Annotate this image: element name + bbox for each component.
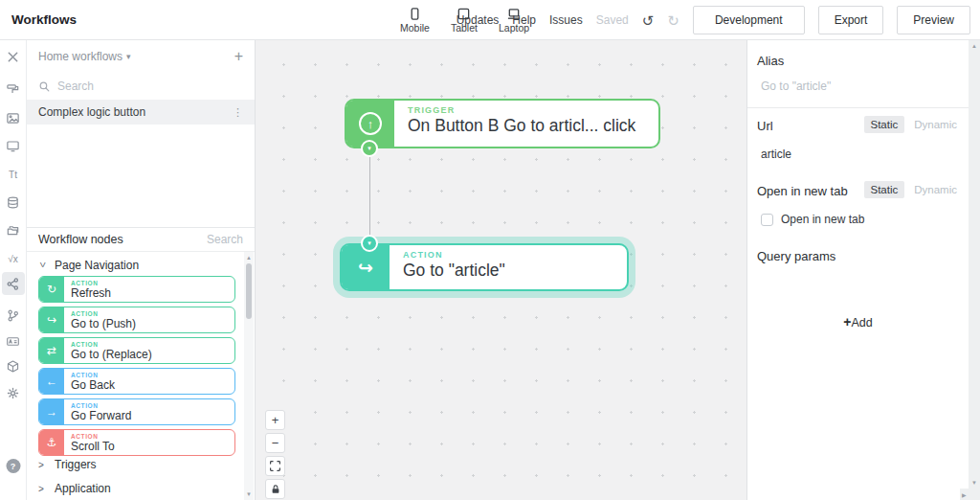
node-card-scroll-to[interactable]: ⚓ ACTION Scroll To xyxy=(38,429,235,456)
branch-icon[interactable] xyxy=(2,304,25,327)
workflow-search-row xyxy=(27,73,255,100)
workflow-item-label: Complex logic button xyxy=(38,105,145,119)
fit-view-button[interactable] xyxy=(265,456,285,476)
action-input-port[interactable]: ▾ xyxy=(361,235,378,252)
help-link[interactable]: Help xyxy=(512,13,536,27)
workflows-icon[interactable] xyxy=(2,272,25,295)
zoom-out-button[interactable]: − xyxy=(265,433,285,453)
lock-button[interactable] xyxy=(265,479,285,499)
node-card-refresh[interactable]: ↻ ACTION Refresh xyxy=(38,276,235,303)
open-new-tab-checkbox-row[interactable]: Open in new tab xyxy=(761,213,864,226)
package-icon[interactable] xyxy=(2,354,25,377)
issues-link[interactable]: Issues xyxy=(549,13,583,27)
scroll-right-icon[interactable]: ▶ xyxy=(962,491,967,498)
url-mode-toggle: Static Dynamic xyxy=(864,116,960,133)
checkbox-label: Open in new tab xyxy=(781,213,864,226)
go-to-push-icon: ↪ xyxy=(39,307,64,332)
nodes-panel-header: Workflow nodes Search xyxy=(27,227,255,252)
device-mobile-button[interactable]: Mobile xyxy=(400,7,430,34)
workflow-canvas[interactable]: ↑ TRIGGER On Button B Go to articl... cl… xyxy=(256,40,746,500)
node-card-go-back[interactable]: ← ACTION Go Back xyxy=(38,368,235,395)
divider xyxy=(747,107,969,108)
folder-dropdown[interactable]: Home workflows xyxy=(38,50,122,63)
alias-input[interactable] xyxy=(761,80,933,93)
workflow-search-input[interactable] xyxy=(57,80,201,93)
lock-icon xyxy=(270,484,281,495)
canvas-zoom-controls: + − xyxy=(265,410,285,499)
node-label: Refresh xyxy=(71,287,234,301)
formula-icon[interactable]: √x xyxy=(2,247,25,270)
settings-gear-icon[interactable] xyxy=(2,381,25,404)
arrow-up-icon: ↑ xyxy=(368,117,374,131)
nodes-list: > Page Navigation ↻ ACTION Refresh ↪ ACT… xyxy=(27,252,255,500)
node-kind-label: TRIGGER xyxy=(408,105,649,115)
monitor-icon[interactable] xyxy=(2,134,25,157)
database-icon[interactable] xyxy=(2,191,25,214)
refresh-icon: ↻ xyxy=(39,277,64,302)
inspector-scrollbar[interactable]: ▲ ▼ xyxy=(969,40,980,489)
chevron-down-icon: > xyxy=(37,261,48,269)
folders-icon[interactable] xyxy=(2,218,25,241)
fit-view-icon xyxy=(269,460,281,472)
inspector-h-scrollbar[interactable]: ▶ xyxy=(960,489,980,500)
chevron-right-icon: > xyxy=(38,460,46,470)
caret-down-icon[interactable]: ▾ xyxy=(126,52,131,61)
top-bar: Workflows Mobile Tablet Laptop Updates H… xyxy=(0,0,980,40)
node-card-go-to-push[interactable]: ↪ ACTION Go to (Push) xyxy=(38,307,235,333)
scroll-down-icon[interactable]: ▼ xyxy=(969,480,980,486)
url-dynamic-option[interactable]: Dynamic xyxy=(912,116,959,133)
mobile-icon xyxy=(408,7,422,21)
image-icon[interactable] xyxy=(2,106,25,129)
workflow-folder-row: Home workflows ▾ + xyxy=(27,40,255,73)
nodes-panel-title: Workflow nodes xyxy=(38,233,123,246)
scroll-down-icon[interactable]: ▼ xyxy=(244,491,254,497)
left-icon-rail: Tt √x ? xyxy=(0,40,27,500)
nodes-list-scrollbar[interactable]: ▲ ▼ xyxy=(244,252,254,500)
trigger-output-port[interactable]: ▾ xyxy=(361,140,378,157)
nodes-search-button[interactable]: Search xyxy=(207,233,243,246)
variables-icon[interactable] xyxy=(2,330,25,352)
scroll-up-icon[interactable]: ▲ xyxy=(244,255,254,261)
section-triggers[interactable]: > Triggers xyxy=(38,458,97,471)
zoom-in-button[interactable]: + xyxy=(265,410,285,430)
help-icon[interactable]: ? xyxy=(6,459,20,473)
inspector-panel: Alias Url Static Dynamic article Open in… xyxy=(746,40,980,500)
preview-button[interactable]: Preview xyxy=(897,6,970,34)
saved-status: Saved xyxy=(596,13,629,27)
scroll-up-icon[interactable]: ▲ xyxy=(969,43,980,49)
url-label: Url xyxy=(757,119,773,133)
url-value[interactable]: article xyxy=(761,148,791,161)
connector-edge xyxy=(369,157,371,236)
scrollbar-thumb[interactable] xyxy=(246,263,252,319)
node-card-go-to-replace[interactable]: ⇄ ACTION Go to (Replace) xyxy=(38,337,235,364)
section-application[interactable]: > Application xyxy=(38,482,111,495)
node-card-go-forward[interactable]: → ACTION Go Forward xyxy=(38,398,235,425)
node-label: Go Forward xyxy=(71,410,234,423)
kebab-menu-icon[interactable]: ⋮ xyxy=(233,106,243,119)
checkbox[interactable] xyxy=(761,214,773,226)
workflow-list-item[interactable]: Complex logic button ⋮ xyxy=(27,100,255,125)
open-new-tab-static-option[interactable]: Static xyxy=(864,181,905,198)
go-forward-icon: → xyxy=(39,399,64,424)
export-button[interactable]: Export xyxy=(818,6,884,34)
url-static-option[interactable]: Static xyxy=(864,116,905,133)
trigger-node[interactable]: ↑ TRIGGER On Button B Go to articl... cl… xyxy=(345,99,660,148)
add-query-param-button[interactable]: +Add xyxy=(747,314,969,330)
device-label: Mobile xyxy=(400,22,430,34)
open-new-tab-dynamic-option[interactable]: Dynamic xyxy=(912,181,959,198)
typography-icon[interactable]: Tt xyxy=(2,163,25,186)
redo-icon[interactable]: ↻ xyxy=(667,13,679,28)
workflow-editor-app: Workflows Mobile Tablet Laptop Updates H… xyxy=(0,0,980,500)
add-workflow-button[interactable]: + xyxy=(234,49,243,64)
go-to-arrow-icon: ↪ xyxy=(342,245,390,289)
top-bar-actions: Updates Help Issues Saved ↺ ↻ Developmen… xyxy=(457,0,970,40)
paint-roller-icon[interactable] xyxy=(2,78,25,101)
section-page-navigation[interactable]: > Page Navigation xyxy=(38,259,139,272)
environment-button[interactable]: Development xyxy=(693,6,805,34)
updates-link[interactable]: Updates xyxy=(457,13,500,27)
open-new-tab-mode-toggle: Static Dynamic xyxy=(864,181,960,198)
action-node-selected[interactable]: ↪ ACTION Go to "article" xyxy=(340,243,629,291)
tools-icon[interactable] xyxy=(2,45,25,68)
undo-icon[interactable]: ↺ xyxy=(642,13,655,28)
node-label: Go to (Replace) xyxy=(71,349,234,362)
